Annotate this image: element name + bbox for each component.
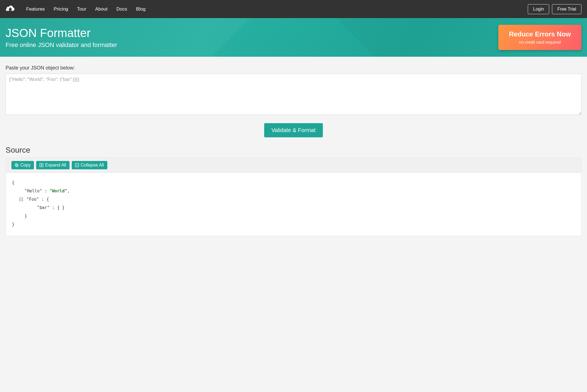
collapse-all-label: Collapse All [81, 163, 104, 168]
collapse-all-button[interactable]: Collapse All [72, 161, 107, 169]
nav-link-about[interactable]: About [95, 6, 107, 12]
json-line: "Foo" : { [12, 195, 575, 204]
nav-link-features[interactable]: Features [26, 6, 45, 12]
copy-icon [15, 163, 19, 167]
json-input[interactable] [6, 74, 581, 115]
source-toolbar: Copy Expand All [6, 158, 581, 173]
json-line: } [12, 212, 575, 220]
svg-point-1 [10, 7, 11, 8]
source-panel: Copy Expand All [6, 157, 581, 236]
json-line: "bar" : { } [12, 204, 575, 212]
json-line: } [12, 220, 575, 229]
collapse-icon [75, 163, 79, 167]
free-trial-button[interactable]: Free Trial [552, 4, 581, 14]
svg-rect-8 [16, 165, 18, 167]
navbar: Features Pricing Tour About Docs Blog Lo… [0, 0, 587, 18]
expand-all-label: Expand All [45, 163, 66, 168]
input-label: Paste your JSON object below: [6, 65, 581, 71]
collapse-toggle-icon[interactable] [19, 198, 23, 201]
validate-format-button[interactable]: Validate & Format [264, 123, 323, 137]
json-line: { [12, 178, 575, 187]
nav-buttons: Login Free Trial [528, 4, 581, 14]
source-header: Source [6, 146, 581, 155]
copy-label: Copy [20, 163, 31, 168]
cta-button[interactable]: Reduce Errors Now no credit card require… [498, 25, 581, 50]
login-button[interactable]: Login [528, 4, 549, 14]
expand-all-button[interactable]: Expand All [36, 161, 70, 169]
nav-link-pricing[interactable]: Pricing [54, 6, 68, 12]
svg-rect-9 [15, 164, 18, 166]
source-output: { "Hello" : "World", "Foo" : { "bar" : {… [6, 173, 581, 236]
nav-links: Features Pricing Tour About Docs Blog [26, 6, 145, 12]
svg-line-5 [11, 9, 12, 9]
expand-icon [39, 163, 43, 167]
hero-banner: JSON Formatter Free online JSON validato… [0, 18, 587, 57]
page-title: JSON Formatter [6, 26, 117, 40]
cta-subtitle: no credit card required [509, 40, 571, 44]
nav-link-blog[interactable]: Blog [136, 6, 145, 12]
cta-title: Reduce Errors Now [509, 30, 571, 38]
json-line: "Hello" : "World", [12, 187, 575, 195]
page-subtitle: Free online JSON validator and formatter [6, 41, 117, 49]
nav-link-docs[interactable]: Docs [117, 6, 127, 12]
svg-line-2 [9, 9, 9, 9]
copy-button[interactable]: Copy [11, 161, 34, 169]
cloud-bug-icon [6, 5, 15, 13]
brand-logo[interactable] [6, 5, 15, 13]
nav-link-tour[interactable]: Tour [77, 6, 86, 12]
